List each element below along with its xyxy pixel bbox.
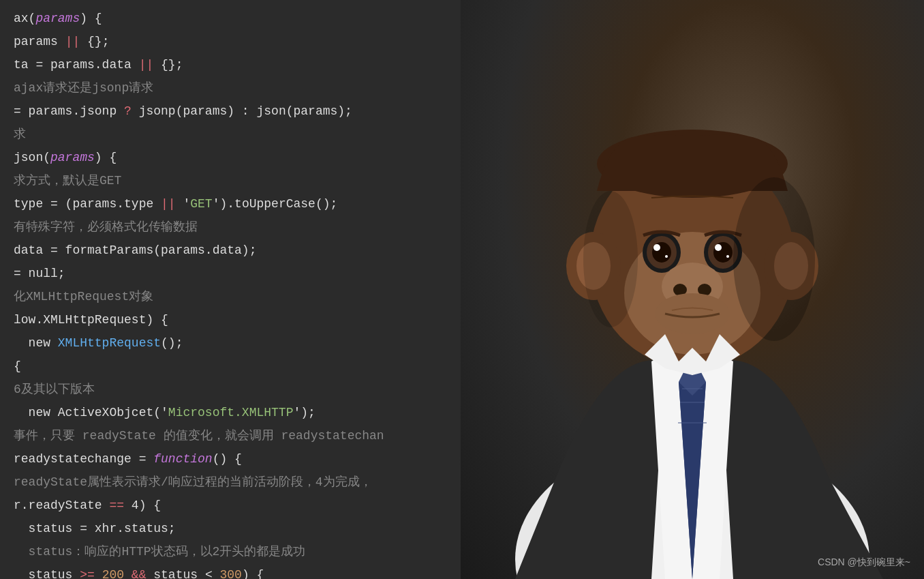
code-line: params || {}; <box>14 30 532 53</box>
monkey-illustration <box>461 0 924 579</box>
code-line: status：响应的HTTP状态码，以2开头的都是成功 <box>14 540 532 563</box>
code-line: 求方式，默认是GET <box>14 169 532 192</box>
svg-point-27 <box>733 177 815 341</box>
code-line: new XMLHttpRequest(); <box>14 331 532 355</box>
code-line: = params.jsonp ? jsonp(params) : json(pa… <box>14 100 532 123</box>
code-line: type = (params.type || 'GET').toUpperCas… <box>14 192 532 216</box>
code-line: { <box>14 355 532 378</box>
code-line: new ActiveXObjcet('Microsoft.XMLHTTP'); <box>14 401 532 424</box>
code-line: data = formatParams(params.data); <box>14 239 532 262</box>
svg-point-20 <box>715 244 722 251</box>
code-line: 6及其以下版本 <box>14 378 532 401</box>
code-line: 化XMLHttpRequest对象 <box>14 285 532 308</box>
svg-point-16 <box>665 255 668 258</box>
code-line: json(params) { <box>14 146 532 169</box>
code-line: 事件，只要 readyState 的值变化，就会调用 readystatecha… <box>14 424 532 447</box>
code-line: ax(params) { <box>14 7 532 30</box>
svg-point-15 <box>653 244 660 251</box>
svg-point-21 <box>726 255 729 258</box>
svg-point-28 <box>583 191 638 327</box>
watermark-text: CSDN @快到碗里来~ <box>818 556 910 567</box>
code-line: = null; <box>14 262 532 285</box>
code-line: readystatechange = function() { <box>14 447 532 471</box>
code-line: status >= 200 && status < 300) { <box>14 563 532 579</box>
code-line: readyState属性表示请求/响应过程的当前活动阶段，4为完成， <box>14 471 532 494</box>
code-line: r.readyState == 4) { <box>14 494 532 517</box>
code-line: 求 <box>14 123 532 146</box>
code-line: ajax请求还是jsonp请求 <box>14 76 532 100</box>
code-line: ta = params.data || {}; <box>14 53 532 76</box>
code-line: 有特殊字符，必须格式化传输数据 <box>14 216 532 239</box>
watermark: CSDN @快到碗里来~ <box>818 556 910 569</box>
code-line: low.XMLHttpRequest) { <box>14 308 532 331</box>
main-container: ax(params) {params || {};ta = params.dat… <box>0 0 924 579</box>
code-line: status = xhr.status; <box>14 517 532 540</box>
